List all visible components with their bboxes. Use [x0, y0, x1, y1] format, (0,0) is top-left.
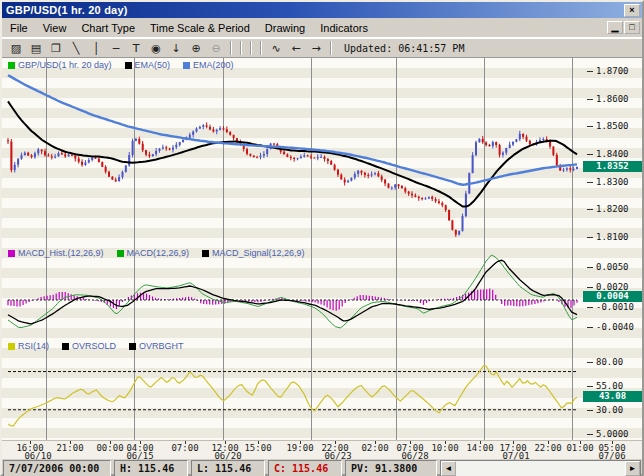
axis-tick: [587, 287, 593, 288]
current-value-tag: 0.0004: [583, 291, 642, 302]
axis-tick: [587, 386, 593, 387]
toolbar-separator: [250, 41, 252, 55]
axis-tick-label: 55.00: [596, 381, 642, 391]
date-label: 06/20: [214, 451, 241, 461]
toolbar-separator: [240, 41, 242, 55]
axis-tick: [587, 99, 593, 100]
legend-item: EMA(200): [183, 60, 234, 70]
status-datetime: 7/07/2006 00:00: [3, 460, 111, 476]
print-icon[interactable]: ▤: [26, 40, 46, 56]
scrollbar-track[interactable]: [456, 461, 625, 476]
menu-chart-type[interactable]: Chart Type: [81, 22, 135, 34]
menu-indicators[interactable]: Indicators: [320, 22, 368, 34]
price-pane-svg: [2, 58, 642, 246]
legend-label: MACD(12,26,9): [127, 248, 190, 258]
mdi-window-buttons: ▁ □: [607, 21, 640, 34]
scroll-left-icon[interactable]: ◄: [441, 461, 456, 476]
arrow-down-icon[interactable]: ↓: [166, 40, 186, 56]
axis-tick: [587, 182, 593, 183]
status-close: C: 115.46: [268, 460, 342, 476]
status-low: L: 115.46: [191, 460, 265, 476]
zoom-out-icon[interactable]: ⊖: [206, 40, 226, 56]
time-label: 01:00: [566, 443, 593, 453]
time-label: 10:00: [431, 443, 458, 453]
arrow-right-icon[interactable]: →: [306, 40, 326, 56]
legend-item: OVRSOLD: [62, 341, 116, 351]
legend-item: EMA(50): [125, 60, 171, 70]
window-title: GBP/USD(1 hr. 20 day): [4, 4, 624, 16]
axis-tick-label: -0.0040: [596, 322, 642, 332]
axis-tick: [587, 434, 593, 435]
chart-tool-icon[interactable]: ▨: [6, 40, 26, 56]
axis-tick: [587, 154, 593, 155]
toolbar-separator: [260, 41, 262, 55]
menu-time-scale-period[interactable]: Time Scale & Period: [150, 22, 250, 34]
time-label: 14:00: [466, 443, 493, 453]
macd-signal-line: [8, 260, 577, 324]
date-label: 06/10: [24, 451, 51, 461]
axis-tick: [587, 362, 593, 363]
time-label: 07:00: [171, 443, 198, 453]
horizontal-line-icon[interactable]: ─: [106, 40, 126, 56]
toolbar: ▨▤❐╲│─T◉↓⊕⊖∿←→ Updated: 06:41:57 PM: [2, 38, 642, 58]
axis-tick-label: 5.0000: [596, 429, 642, 439]
trendline-icon[interactable]: ╲: [66, 40, 86, 56]
time-label: 21:00: [56, 443, 83, 453]
close-icon[interactable]: ×: [624, 4, 640, 17]
ellipse-tool-icon[interactable]: ◉: [146, 40, 166, 56]
tool-strip: ▨▤❐╲│─T◉↓⊕⊖∿←→: [6, 40, 336, 56]
legend-color-swatch: [8, 343, 15, 350]
axis-tick-label: 0.0020: [596, 282, 642, 292]
legend-label: RSI(14): [18, 341, 49, 351]
rsi-pane-svg: [2, 339, 642, 440]
axis-tick-label: -0.0010: [596, 302, 642, 312]
rsi-line: [8, 366, 577, 426]
time-label: 02:00: [361, 443, 388, 453]
axis-tick-label: 1.8100: [596, 232, 642, 242]
current-value-tag: 1.8352: [583, 161, 642, 172]
axis-tick: [587, 237, 593, 238]
vertical-line-icon[interactable]: │: [86, 40, 106, 56]
menu-view[interactable]: View: [43, 22, 67, 34]
axis-tick-label: 1.8700: [596, 66, 642, 76]
legend-color-swatch: [129, 343, 136, 350]
menu-bar: File View Chart Type Time Scale & Period…: [2, 18, 642, 38]
toolbar-separator: [330, 41, 332, 55]
legend-color-swatch: [125, 62, 132, 69]
app-window: GBP/USD(1 hr. 20 day) × File View Chart …: [0, 0, 644, 476]
scroll-right-icon[interactable]: ►: [625, 461, 640, 476]
zigzag-tool-icon[interactable]: ∿: [266, 40, 286, 56]
legend-color-swatch: [8, 250, 15, 257]
time-axis: 16:0021:0000:0004:0007:0012:0015:0019:00…: [2, 440, 642, 459]
axis-tick: [587, 267, 593, 268]
copy-icon[interactable]: ❐: [46, 40, 66, 56]
legend-label: EMA(200): [193, 60, 234, 70]
menu-file[interactable]: File: [10, 22, 28, 34]
legend-label: GBP/USD(1 hr. 20 day): [18, 60, 112, 70]
axis-tick-label: 1.8500: [596, 121, 642, 131]
legend-item: GBP/USD(1 hr. 20 day): [8, 60, 112, 70]
text-tool-icon[interactable]: T: [126, 40, 146, 56]
time-label: 22:00: [534, 443, 561, 453]
date-label: 07/06: [598, 451, 625, 461]
rsi-legend: RSI(14)OVRSOLDOVRBGHT: [8, 341, 184, 351]
chart-region: GBP/USD(1 hr. 20 day)EMA(50)EMA(200)MACD…: [2, 58, 642, 440]
ema50-line: [8, 101, 577, 206]
menu-drawing[interactable]: Drawing: [265, 22, 305, 34]
status-bar: 7/07/2006 00:00 H: 115.46 L: 115.46 C: 1…: [2, 459, 642, 476]
status-pivot: PV: 91.3800: [345, 460, 437, 476]
restore-icon[interactable]: □: [624, 21, 640, 34]
arrow-left-icon[interactable]: ←: [286, 40, 306, 56]
ema200-line: [8, 75, 577, 185]
axis-tick-label: 80.00: [596, 357, 642, 367]
axis-tick: [587, 410, 593, 411]
legend-label: OVRBGHT: [139, 341, 184, 351]
horizontal-scrollbar[interactable]: ◄ ►: [440, 460, 641, 476]
date-label: 07/01: [502, 451, 529, 461]
minimize-icon[interactable]: ▁: [607, 21, 623, 34]
time-label: 15:00: [244, 443, 271, 453]
legend-item: MACD(12,26,9): [117, 248, 190, 258]
axis-tick-label: 0.0050: [596, 262, 642, 272]
menu-items: File View Chart Type Time Scale & Period…: [10, 22, 607, 34]
zoom-in-icon[interactable]: ⊕: [186, 40, 206, 56]
